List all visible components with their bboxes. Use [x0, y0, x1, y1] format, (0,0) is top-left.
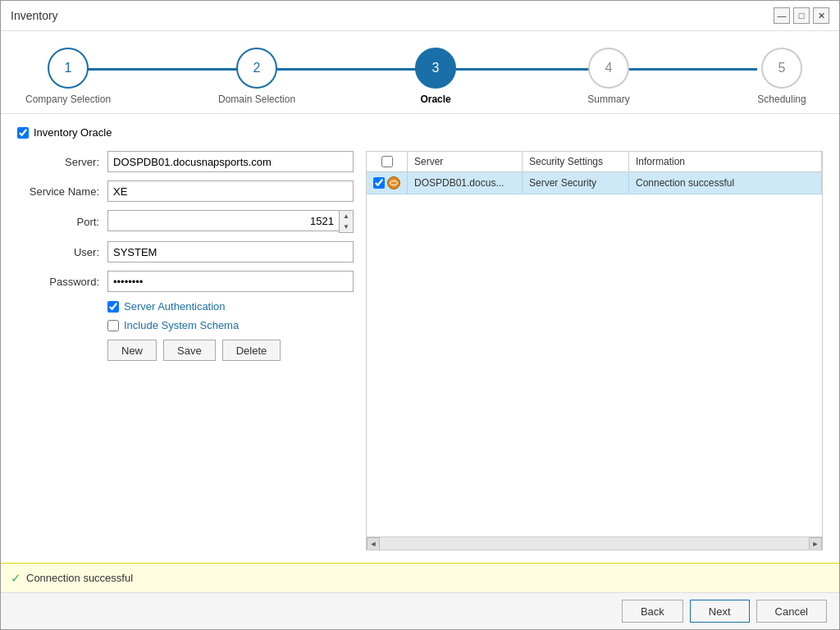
- service-name-label: Service Name:: [17, 185, 107, 198]
- inventory-oracle-checkbox[interactable]: [17, 127, 29, 139]
- left-panel: Server: Service Name: Port: ▲ ▼: [17, 151, 354, 550]
- row-information: Connection successful: [629, 173, 822, 193]
- step-oracle[interactable]: 3 Oracle: [403, 48, 468, 105]
- window-title: Inventory: [11, 9, 58, 22]
- include-schema-row: Include System Schema: [107, 319, 354, 331]
- table-header: Server Security Settings Information: [367, 152, 822, 172]
- row-check-cell: [367, 172, 408, 194]
- step-circle-2: 2: [236, 48, 277, 89]
- row-checkbox[interactable]: [373, 177, 385, 189]
- password-label: Password:: [17, 276, 107, 288]
- row-security: Server Security: [523, 173, 629, 193]
- server-row: Server:: [17, 151, 354, 172]
- step-label-1: Company Selection: [25, 94, 111, 105]
- step-label-5: Scheduling: [757, 94, 806, 105]
- port-label: Port:: [17, 216, 107, 228]
- table-body: DOSPDB01.docus... Server Security Connec…: [367, 172, 822, 536]
- step-circle-3: 3: [415, 48, 456, 89]
- cancel-button[interactable]: Cancel: [756, 600, 827, 623]
- status-check-icon: ✓: [11, 571, 21, 586]
- inventory-oracle-label: Inventory Oracle: [34, 126, 112, 139]
- include-schema-checkbox[interactable]: [107, 320, 119, 331]
- step-label-2: Domain Selection: [218, 94, 295, 105]
- user-label: User:: [17, 246, 107, 258]
- server-label: Server:: [17, 156, 107, 168]
- close-button[interactable]: ✕: [813, 7, 829, 24]
- footer: Back Next Cancel: [1, 592, 839, 629]
- scroll-left-button[interactable]: ◄: [367, 537, 380, 550]
- col-header-security: Security Settings: [523, 152, 629, 171]
- include-schema-label: Include System Schema: [124, 319, 239, 331]
- status-bar: ✓ Connection successful: [1, 563, 839, 592]
- table-select-all-checkbox[interactable]: [381, 156, 393, 167]
- horizontal-scrollbar: ◄ ►: [367, 536, 822, 550]
- service-name-input[interactable]: [107, 180, 354, 202]
- port-decrement-button[interactable]: ▼: [340, 221, 353, 232]
- step-circle-4: 4: [588, 48, 629, 89]
- step-summary[interactable]: 4 Summary: [576, 48, 641, 105]
- password-input[interactable]: [107, 271, 354, 292]
- step-domain-selection[interactable]: 2 Domain Selection: [218, 48, 295, 105]
- step-scheduling[interactable]: 5 Scheduling: [749, 48, 815, 105]
- row-server: DOSPDB01.docus...: [408, 173, 523, 193]
- save-button[interactable]: Save: [163, 340, 216, 361]
- back-button[interactable]: Back: [622, 600, 683, 623]
- port-wrapper: ▲ ▼: [107, 210, 354, 233]
- col-header-information: Information: [629, 152, 822, 171]
- wizard-steps: 1 Company Selection 2 Domain Selection 3…: [1, 31, 839, 114]
- main-window: Inventory — □ ✕ 1 Company Selection 2 Do…: [0, 0, 840, 630]
- user-row: User:: [17, 241, 354, 262]
- title-bar: Inventory — □ ✕: [1, 1, 839, 31]
- main-area: Server: Service Name: Port: ▲ ▼: [17, 151, 823, 550]
- col-header-server: Server: [408, 152, 523, 171]
- inventory-oracle-header: Inventory Oracle: [17, 126, 823, 139]
- step-label-3: Oracle: [420, 94, 450, 105]
- port-spinner: ▲ ▼: [339, 210, 354, 233]
- step-company-selection[interactable]: 1 Company Selection: [25, 48, 111, 105]
- scroll-right-button[interactable]: ►: [809, 537, 822, 550]
- scroll-track[interactable]: [380, 537, 809, 550]
- content-area: Inventory Oracle Server: Service Name: P…: [1, 114, 839, 563]
- step-label-4: Summary: [587, 94, 629, 105]
- step-circle-5: 5: [761, 48, 802, 89]
- server-auth-row: Server Authentication: [107, 300, 354, 313]
- right-panel: Server Security Settings Information DOS…: [366, 151, 823, 550]
- minimize-button[interactable]: —: [774, 7, 790, 24]
- status-text: Connection successful: [26, 572, 133, 584]
- server-auth-label: Server Authentication: [124, 300, 226, 313]
- col-header-check: [367, 152, 408, 171]
- port-input[interactable]: [107, 210, 339, 231]
- step-circle-1: 1: [48, 48, 89, 89]
- next-button[interactable]: Next: [690, 600, 750, 623]
- server-input[interactable]: [107, 151, 354, 172]
- new-button[interactable]: New: [107, 340, 157, 361]
- window-controls: — □ ✕: [774, 7, 829, 24]
- form-buttons: New Save Delete: [107, 340, 354, 361]
- server-auth-checkbox[interactable]: [107, 301, 119, 313]
- port-increment-button[interactable]: ▲: [340, 211, 353, 221]
- password-row: Password:: [17, 271, 354, 292]
- user-input[interactable]: [107, 241, 354, 262]
- oracle-db-icon: [387, 176, 400, 189]
- maximize-button[interactable]: □: [793, 7, 810, 24]
- table-row[interactable]: DOSPDB01.docus... Server Security Connec…: [367, 172, 822, 194]
- delete-button[interactable]: Delete: [222, 340, 281, 361]
- port-row: Port: ▲ ▼: [17, 210, 354, 233]
- service-name-row: Service Name:: [17, 180, 354, 202]
